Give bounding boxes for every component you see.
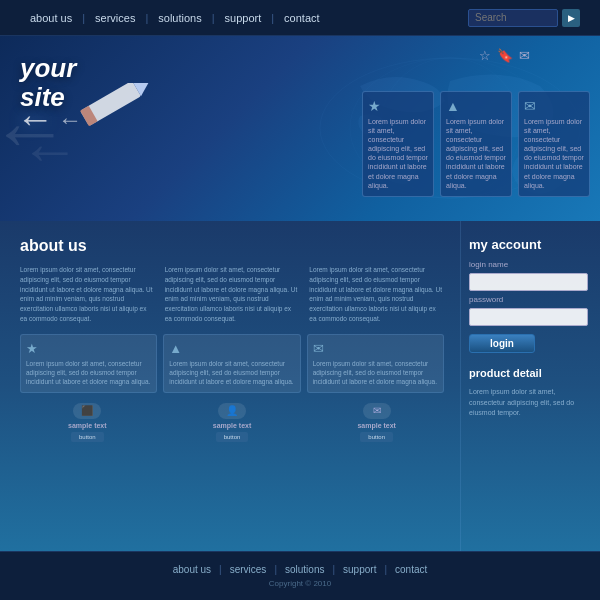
sample-icon-2: 👤 [226,405,238,416]
sample-items: ⬛ sample text button 👤 sample text butto… [20,403,444,442]
about-text-3: Lorem ipsum dolor sit amet, consectetur … [309,265,444,324]
feat-text-1: Lorem ipsum dolor sit amet, consectetur … [26,359,151,386]
about-text-1: Lorem ipsum dolor sit amet, consectetur … [20,265,155,324]
product-title: product detail [469,367,588,379]
footer-services[interactable]: services [222,564,275,575]
main-right: my account login name password login pro… [460,221,600,551]
sample-btn-2[interactable]: button [216,432,249,442]
login-button[interactable]: login [469,334,535,353]
footer-about[interactable]: about us [165,564,219,575]
about-text-2: Lorem ipsum dolor sit amet, consectetur … [165,265,300,324]
hero-features: ★ Lorem ipsum dolor sit amet, consectetu… [362,91,590,197]
footer-solutions[interactable]: solutions [277,564,332,575]
nav-about[interactable]: about us [20,12,82,24]
hero-feat-box-3: ✉ Lorem ipsum dolor sit amet, consectetu… [518,91,590,197]
account-title: my account [469,237,588,252]
search-button[interactable]: ▶ [562,9,580,27]
footer: about us | services | solutions | suppor… [0,551,600,600]
about-title: about us [20,237,444,255]
sample-icon-3: ✉ [373,405,381,416]
feat-icon-1: ★ [26,341,151,356]
feature-grid: ★ Lorem ipsum dolor sit amet, consectetu… [20,334,444,393]
login-name-input[interactable] [469,273,588,291]
feat-box-1: ★ Lorem ipsum dolor sit amet, consectetu… [20,334,157,393]
hero-feat-box-1: ★ Lorem ipsum dolor sit amet, consectetu… [362,91,434,197]
password-label: password [469,295,588,304]
footer-copyright: Copyright © 2010 [269,579,331,588]
footer-nav: about us | services | solutions | suppor… [165,564,436,575]
hero-section: ← ← your site ☆ 🔖 ✉ ← ← ★ Lorem ipsum do… [0,36,600,221]
login-name-label: login name [469,260,588,269]
envelope-icon: ✉ [519,48,530,63]
arrow-left-big: ← [16,98,54,141]
feat-box-2: ▲ Lorem ipsum dolor sit amet, consectetu… [163,334,300,393]
product-detail-text: Lorem ipsum dolor sit amet, consectetur … [469,387,588,419]
feat-text-3: Lorem ipsum dolor sit amet, consectetur … [313,359,438,386]
nav-support[interactable]: support [215,12,272,24]
nav-contact[interactable]: contact [274,12,329,24]
hero-feat-text-2: Lorem ipsum dolor sit amet, consectetur … [446,117,506,190]
about-col-1: Lorem ipsum dolor sit amet, consectetur … [20,265,155,324]
footer-support[interactable]: support [335,564,384,575]
feat-text-2: Lorem ipsum dolor sit amet, consectetur … [169,359,294,386]
hero-feat-text-1: Lorem ipsum dolor sit amet, consectetur … [368,117,428,190]
bookmark-icon: 🔖 [497,48,513,63]
sample-btn-3[interactable]: button [360,432,393,442]
search-input[interactable] [468,9,558,27]
hero-icons: ☆ 🔖 ✉ [479,48,530,63]
main-section: about us Lorem ipsum dolor sit amet, con… [0,221,600,551]
sample-icon-wrap-1: ⬛ [73,403,101,419]
feat-icon-2: ▲ [169,341,294,356]
nav-solutions[interactable]: solutions [148,12,211,24]
password-input[interactable] [469,308,588,326]
sample-item-3: ✉ sample text button [309,403,444,442]
hero-feat-icon-1: ★ [368,98,428,114]
star-icon: ☆ [479,48,491,63]
feat-box-3: ✉ Lorem ipsum dolor sit amet, consectetu… [307,334,444,393]
navbar: about us | services | solutions | suppor… [0,0,600,36]
search-bar: ▶ [468,9,580,27]
hero-feat-icon-2: ▲ [446,98,506,114]
footer-contact[interactable]: contact [387,564,435,575]
sample-item-1: ⬛ sample text button [20,403,155,442]
pencil-graphic [66,83,166,143]
about-columns: Lorem ipsum dolor sit amet, consectetur … [20,265,444,324]
sample-icon-1: ⬛ [81,405,93,416]
sample-label-2: sample text [213,422,252,429]
sample-label-1: sample text [68,422,107,429]
hero-feat-box-2: ▲ Lorem ipsum dolor sit amet, consectetu… [440,91,512,197]
hero-feat-icon-3: ✉ [524,98,584,114]
feat-icon-3: ✉ [313,341,438,356]
sample-btn-1[interactable]: button [71,432,104,442]
sample-item-2: 👤 sample text button [165,403,300,442]
product-section: product detail Lorem ipsum dolor sit ame… [469,367,588,419]
sample-icon-wrap-2: 👤 [218,403,246,419]
about-col-3: Lorem ipsum dolor sit amet, consectetur … [309,265,444,324]
hero-feat-text-3: Lorem ipsum dolor sit amet, consectetur … [524,117,584,190]
account-section: my account login name password login [469,237,588,353]
hero-graphic: ← ← [16,98,82,141]
sample-label-3: sample text [357,422,396,429]
sample-icon-wrap-3: ✉ [363,403,391,419]
nav-services[interactable]: services [85,12,145,24]
main-left: about us Lorem ipsum dolor sit amet, con… [0,221,460,551]
about-col-2: Lorem ipsum dolor sit amet, consectetur … [165,265,300,324]
nav-links: about us | services | solutions | suppor… [20,12,330,24]
